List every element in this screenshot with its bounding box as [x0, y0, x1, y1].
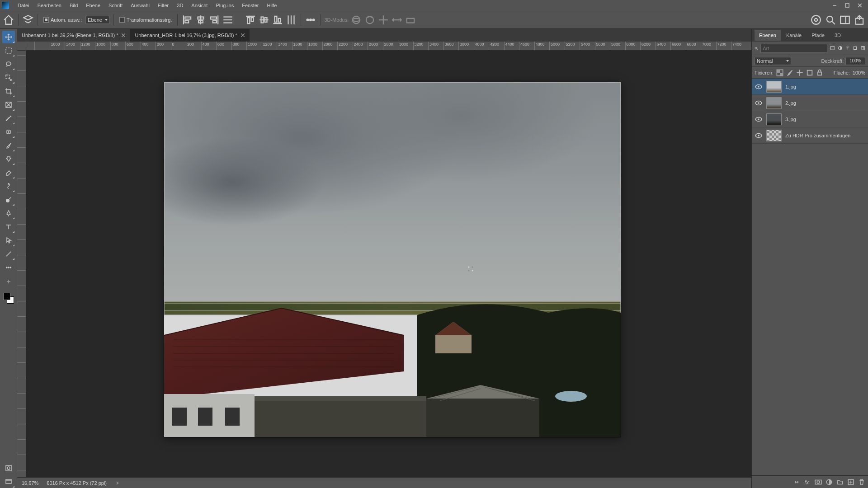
- more-tools[interactable]: [2, 261, 15, 274]
- lock-transparency-icon[interactable]: [776, 69, 783, 76]
- dodge-tool[interactable]: [2, 193, 15, 206]
- search-app-icon[interactable]: [825, 14, 836, 26]
- delete-layer-icon[interactable]: [858, 479, 865, 486]
- menu-filter[interactable]: Filter: [154, 0, 173, 11]
- quick-mask-tool[interactable]: [2, 462, 15, 474]
- lock-position-icon[interactable]: [796, 69, 803, 76]
- canvas[interactable]: [164, 82, 621, 437]
- move-tool[interactable]: [2, 31, 15, 43]
- lasso-tool[interactable]: [2, 58, 15, 70]
- canvas-viewport[interactable]: [26, 51, 751, 477]
- align-center-v[interactable]: [258, 14, 270, 26]
- foreground-color-swatch[interactable]: [3, 293, 10, 300]
- marquee-tool[interactable]: [2, 44, 15, 57]
- menu-bearbeiten[interactable]: Bearbeiten: [33, 0, 66, 11]
- auto-select-checkbox[interactable]: Autom. ausw.:: [42, 17, 84, 23]
- align-left[interactable]: [181, 14, 193, 26]
- adjustment-layer-icon[interactable]: [826, 479, 833, 486]
- window-maximize[interactable]: [841, 0, 854, 11]
- layer-row[interactable]: Zu HDR Pro zusammenfügen: [752, 127, 868, 144]
- layer-mask-icon[interactable]: [815, 479, 822, 486]
- workspace-icon[interactable]: [839, 14, 851, 26]
- ruler-origin[interactable]: [17, 42, 26, 51]
- close-icon[interactable]: [122, 33, 125, 37]
- layer-visibility-toggle[interactable]: [755, 99, 763, 107]
- layer-row[interactable]: 3.jpg: [752, 111, 868, 127]
- tab-3d[interactable]: 3D: [830, 30, 845, 41]
- document-tab[interactable]: Unbenannt-1 bei 39,2% (Ebene 1, RGB/8) *: [17, 29, 130, 42]
- opacity-value[interactable]: 100%: [845, 57, 865, 65]
- filter-type-icon[interactable]: [845, 44, 850, 52]
- distribute-h[interactable]: [222, 14, 234, 26]
- quick-select-tool[interactable]: [2, 71, 15, 84]
- cloud-docs-icon[interactable]: [810, 14, 822, 26]
- path-select-tool[interactable]: [2, 234, 15, 247]
- align-right[interactable]: [208, 14, 220, 26]
- blend-mode-dropdown[interactable]: Normal: [755, 57, 791, 65]
- zoom-level[interactable]: 16,67%: [22, 480, 38, 486]
- menu-datei[interactable]: Datei: [14, 0, 33, 11]
- layer-name[interactable]: 1.jpg: [785, 84, 796, 89]
- tab-pfade[interactable]: Pfade: [807, 30, 829, 41]
- menu-fenster[interactable]: Fenster: [238, 0, 263, 11]
- distribute-v[interactable]: [285, 14, 297, 26]
- brush-tool[interactable]: [2, 139, 15, 152]
- menu-ebene[interactable]: Ebene: [82, 0, 104, 11]
- document-dimensions[interactable]: 6016 Px x 4512 Px (72 ppi): [47, 480, 107, 486]
- window-close[interactable]: [854, 0, 866, 11]
- layer-visibility-toggle[interactable]: [755, 131, 763, 140]
- layer-visibility-toggle[interactable]: [755, 115, 763, 123]
- align-center-h[interactable]: [195, 14, 207, 26]
- filter-pixel-icon[interactable]: [830, 44, 835, 52]
- filter-shape-icon[interactable]: [853, 44, 858, 52]
- align-bottom[interactable]: [272, 14, 283, 26]
- lock-pixels-icon[interactable]: [786, 69, 793, 76]
- menu-3d[interactable]: 3D: [173, 0, 187, 11]
- close-icon[interactable]: [241, 33, 245, 37]
- gradient-tool[interactable]: [2, 180, 15, 192]
- more-align-options[interactable]: [305, 14, 316, 26]
- tab-ebenen[interactable]: Ebenen: [755, 30, 781, 41]
- layer-name[interactable]: 2.jpg: [785, 100, 796, 106]
- layer-row[interactable]: 1.jpg: [752, 79, 868, 95]
- filter-adjust-icon[interactable]: [838, 44, 843, 52]
- crop-tool[interactable]: [2, 85, 15, 98]
- layer-name[interactable]: Zu HDR Pro zusammenfügen: [785, 133, 850, 138]
- fill-value[interactable]: 100%: [853, 70, 865, 75]
- home-button[interactable]: [3, 14, 14, 26]
- layer-visibility-toggle[interactable]: [755, 83, 763, 91]
- status-more-icon[interactable]: [117, 481, 119, 485]
- tab-kanaele[interactable]: Kanäle: [782, 30, 806, 41]
- edit-toolbar-icon[interactable]: [4, 277, 14, 286]
- group-layers-icon[interactable]: [836, 479, 844, 486]
- align-top[interactable]: [245, 14, 256, 26]
- eyedropper-tool[interactable]: [2, 112, 15, 125]
- auto-select-target-dropdown[interactable]: Ebene: [85, 16, 110, 24]
- document-tab[interactable]: Unbenannt_HDR-1 bei 16,7% (3.jpg, RGB/8)…: [130, 29, 249, 42]
- filter-smart-icon[interactable]: [860, 44, 865, 52]
- layer-thumbnail[interactable]: [766, 81, 782, 93]
- layer-thumbnail[interactable]: [766, 130, 782, 141]
- line-tool[interactable]: [2, 248, 15, 260]
- tool-preset[interactable]: [22, 14, 34, 26]
- layer-thumbnail[interactable]: [766, 97, 782, 109]
- layer-row[interactable]: 2.jpg: [752, 95, 868, 111]
- type-tool[interactable]: [2, 221, 15, 233]
- window-minimize[interactable]: [828, 0, 841, 11]
- menu-ansicht[interactable]: Ansicht: [187, 0, 212, 11]
- share-icon[interactable]: [854, 14, 865, 26]
- lock-artboard-icon[interactable]: [806, 69, 813, 76]
- eraser-tool[interactable]: [2, 166, 15, 179]
- layer-filter-input[interactable]: [760, 44, 827, 53]
- layer-fx-icon[interactable]: fx: [804, 479, 811, 486]
- transform-controls-checkbox[interactable]: Transformationsstrg.: [118, 17, 174, 23]
- link-layers-icon[interactable]: [793, 479, 800, 486]
- frame-tool[interactable]: [2, 99, 15, 111]
- layer-thumbnail[interactable]: [766, 113, 782, 125]
- menu-hilfe[interactable]: Hilfe: [263, 0, 281, 11]
- lock-all-icon[interactable]: [816, 69, 823, 76]
- clone-stamp-tool[interactable]: [2, 153, 15, 165]
- ruler-vertical[interactable]: [17, 51, 26, 477]
- menu-auswahl[interactable]: Auswahl: [127, 0, 154, 11]
- menu-plugins[interactable]: Plug-ins: [212, 0, 238, 11]
